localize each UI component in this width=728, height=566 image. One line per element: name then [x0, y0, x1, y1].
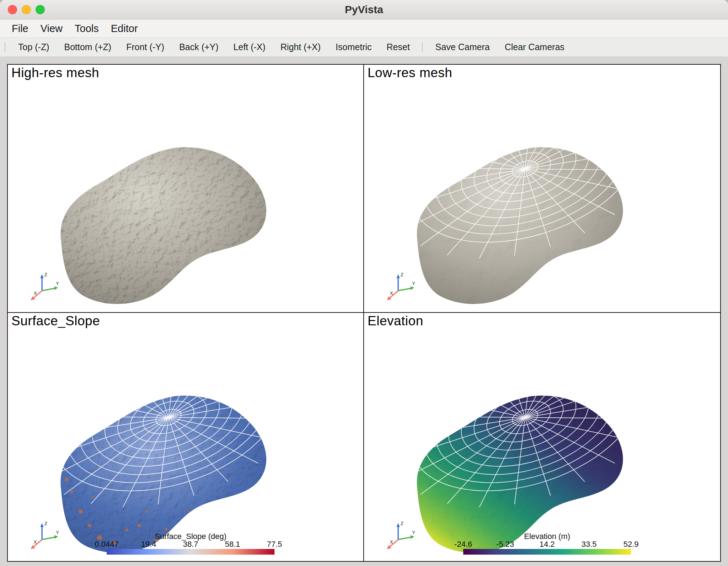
x-axis-label: X — [390, 291, 393, 296]
save-camera-button[interactable]: Save Camera — [428, 42, 497, 52]
low-mesh-svg — [364, 65, 720, 312]
zoom-button[interactable] — [36, 5, 45, 14]
axes-triad-svg: ZYX — [26, 271, 60, 305]
orientation-axes-widget: ZYX — [382, 520, 417, 554]
orientation-axes-widget: ZYX — [26, 271, 60, 305]
minimize-button[interactable] — [22, 5, 31, 14]
x-axis-label: X — [34, 540, 37, 545]
title-bar: PyVista — [0, 0, 728, 20]
tick-label: 14.2 — [540, 540, 555, 549]
traffic-lights — [8, 5, 45, 14]
x-axis-label: X — [390, 540, 393, 545]
scalar-bar-ticks: -24.6 -5.23 14.2 33.5 52.9 — [463, 539, 631, 549]
clear-cameras-button[interactable]: Clear Cameras — [497, 42, 572, 52]
colorbar-viridis — [463, 549, 631, 555]
tick-label: 58.1 — [225, 540, 240, 549]
x-axis-label: X — [34, 291, 37, 296]
menu-view[interactable]: View — [34, 23, 69, 34]
axes-triad-svg: ZYX — [26, 520, 60, 554]
app-window: PyVista File View Tools Editor Top (-Z) … — [0, 0, 728, 566]
slope-mesh-svg — [8, 313, 363, 561]
view-right-button[interactable]: Right (+X) — [273, 42, 328, 52]
viewport-label: Surface_Slope — [11, 314, 100, 329]
menu-bar: File View Tools Editor — [0, 20, 728, 38]
tick-label: 19.4 — [141, 540, 156, 549]
view-top-button[interactable]: Top (-Z) — [11, 42, 57, 52]
scalar-bar-ticks: 0.0447 19.4 38.7 58.1 77.5 — [107, 539, 274, 549]
view-bottom-button[interactable]: Bottom (+Z) — [57, 42, 119, 52]
z-axis-label: Z — [44, 521, 47, 526]
scalar-bar-surface-slope[interactable]: Surface_Slope (deg) 0.0447 19.4 38.7 58.… — [107, 532, 274, 555]
window-title: PyVista — [0, 4, 728, 16]
render-canvas-low-res[interactable] — [364, 65, 720, 312]
y-axis-label: Y — [56, 530, 59, 535]
toolbar-handle[interactable] — [422, 43, 424, 52]
y-axis-label: Y — [412, 530, 416, 535]
view-back-button[interactable]: Back (+Y) — [172, 42, 226, 52]
tick-label: 77.5 — [267, 540, 282, 549]
render-canvas-elevation[interactable] — [364, 313, 720, 561]
viewport-elevation: Elevation ZYX Elevation (m) -24.6 -5.23 … — [364, 313, 720, 561]
menu-tools[interactable]: Tools — [69, 23, 105, 34]
render-canvas-high-res[interactable] — [8, 65, 363, 312]
tick-label: 52.9 — [623, 540, 639, 549]
viewport-grid: High-res mesh ZYX Low-res mesh ZYX Surfa… — [7, 64, 721, 562]
viewport-label: Low-res mesh — [368, 65, 452, 80]
high-mesh-svg — [8, 65, 363, 312]
tick-label: 0.0447 — [95, 540, 119, 549]
viewport-surface-slope: Surface_Slope ZYX Surface_Slope (deg) 0.… — [8, 313, 364, 561]
view-reset-button[interactable]: Reset — [379, 42, 417, 52]
orientation-axes-widget: ZYX — [26, 520, 60, 554]
viewport-high-res: High-res mesh ZYX — [8, 65, 364, 313]
viewport-label: Elevation — [368, 314, 423, 329]
elev-mesh-svg — [364, 313, 720, 561]
colorbar-coolwarm — [107, 549, 274, 555]
main-area: High-res mesh ZYX Low-res mesh ZYX Surfa… — [0, 57, 728, 566]
toolbar-handle[interactable] — [5, 43, 7, 52]
view-isometric-button[interactable]: Isometric — [328, 42, 379, 52]
view-front-button[interactable]: Front (-Y) — [119, 42, 172, 52]
orientation-axes-widget: ZYX — [382, 271, 417, 305]
y-axis-label: Y — [412, 281, 416, 286]
z-axis-label: Z — [401, 521, 403, 526]
scalar-bar-elevation[interactable]: Elevation (m) -24.6 -5.23 14.2 33.5 52.9 — [463, 532, 631, 555]
menu-editor[interactable]: Editor — [105, 23, 144, 34]
axes-triad-svg: ZYX — [382, 271, 417, 305]
close-button[interactable] — [8, 5, 17, 14]
y-axis-label: Y — [56, 281, 59, 286]
menu-file[interactable]: File — [6, 23, 34, 34]
tick-label: -5.23 — [496, 540, 514, 549]
camera-toolbar: Top (-Z) Bottom (+Z) Front (-Y) Back (+Y… — [0, 38, 728, 57]
tick-label: -24.6 — [454, 540, 472, 549]
viewport-low-res: Low-res mesh ZYX — [364, 65, 720, 313]
tick-label: 38.7 — [183, 540, 198, 549]
z-axis-label: Z — [401, 272, 403, 277]
view-left-button[interactable]: Left (-X) — [226, 42, 273, 52]
axes-triad-svg: ZYX — [382, 520, 417, 554]
z-axis-label: Z — [44, 272, 47, 277]
render-canvas-surface-slope[interactable] — [8, 313, 363, 561]
viewport-label: High-res mesh — [11, 65, 99, 80]
tick-label: 33.5 — [582, 540, 597, 549]
